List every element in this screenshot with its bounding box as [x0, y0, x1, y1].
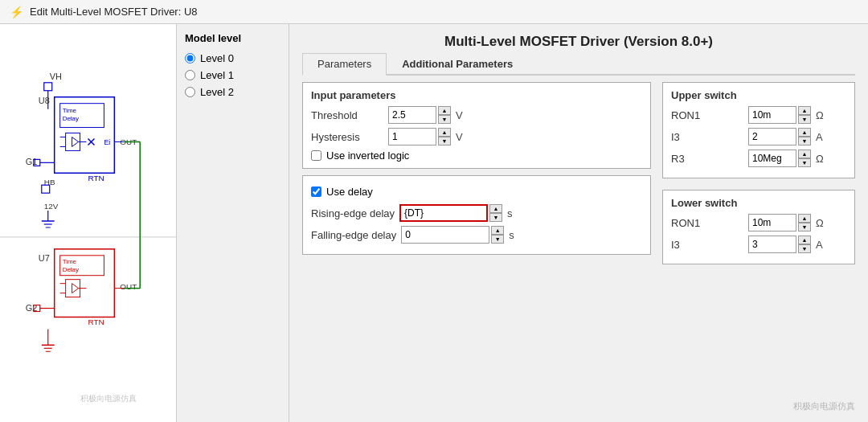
model-level-title: Model level: [185, 32, 280, 44]
rising-edge-label: Rising-edge delay: [311, 207, 395, 219]
model-level-0-label: Level 0: [200, 52, 234, 64]
lower-i3-label: I3: [671, 239, 743, 251]
upper-r3-down[interactable]: ▼: [798, 158, 811, 167]
svg-rect-0: [0, 25, 176, 421]
title-bar: ⚡ Edit Multi-Level MOSFET Driver: U8: [0, 0, 868, 24]
hysteresis-input-wrap: ▲ ▼: [388, 128, 451, 145]
upper-r3-spinner: ▲ ▼: [798, 150, 811, 167]
rising-edge-row: Rising-edge delay ▲ ▼ s: [311, 204, 642, 222]
lower-i3-unit: A: [816, 239, 827, 251]
dialog-wrapper: Multi-Level MOSFET Driver (Version 8.0+)…: [289, 24, 868, 422]
upper-r3-wrap: ▲ ▼: [748, 150, 811, 167]
rising-edge-input-wrap: ▲ ▼: [399, 204, 502, 222]
lower-i3-down[interactable]: ▼: [798, 244, 811, 253]
falling-edge-input[interactable]: [401, 226, 489, 244]
lower-ron1-row: RON1 ▲ ▼ Ω: [671, 214, 846, 231]
upper-switch-section: Upper switch RON1 ▲ ▼ Ω I3: [662, 82, 855, 178]
tab-parameters[interactable]: Parameters: [302, 53, 387, 76]
falling-edge-up-btn[interactable]: ▲: [491, 226, 504, 235]
hysteresis-unit: V: [456, 131, 467, 143]
upper-ron1-spinner: ▲ ▼: [798, 106, 811, 124]
rising-edge-unit: s: [507, 207, 518, 219]
lower-ron1-wrap: ▲ ▼: [748, 214, 811, 231]
model-level-2-radio[interactable]: [185, 87, 195, 97]
upper-r3-unit: Ω: [816, 153, 827, 165]
upper-r3-label: R3: [671, 153, 743, 165]
hysteresis-down-btn[interactable]: ▼: [438, 137, 451, 145]
input-parameters-section: Input parameters Threshold ▲ ▼ V: [302, 82, 651, 169]
svg-text:积极向电源仿真: 积极向电源仿真: [80, 394, 137, 403]
title-bar-text: Edit Multi-Level MOSFET Driver: U8: [30, 6, 198, 18]
hysteresis-spinner: ▲ ▼: [438, 128, 451, 145]
inverted-logic-checkbox[interactable]: [311, 150, 321, 161]
threshold-spinner: ▲ ▼: [438, 106, 451, 124]
use-delay-label: Use delay: [326, 186, 373, 198]
upper-ron1-down[interactable]: ▼: [798, 115, 811, 124]
upper-ron1-up[interactable]: ▲: [798, 106, 811, 115]
dialog-left-col: Input parameters Threshold ▲ ▼ V: [302, 82, 651, 396]
lower-ron1-input[interactable]: [748, 214, 796, 231]
upper-i3-unit: A: [816, 131, 827, 143]
svg-text:U7: U7: [39, 253, 50, 263]
rising-edge-up-btn[interactable]: ▲: [489, 204, 502, 213]
inverted-logic-row: Use inverted logic: [311, 150, 642, 162]
falling-edge-row: Falling-edge delay ▲ ▼ s: [311, 226, 642, 244]
hysteresis-row: Hysteresis ▲ ▼ V: [311, 128, 642, 145]
svg-text:OUT: OUT: [120, 282, 137, 291]
upper-ron1-input[interactable]: [748, 106, 796, 124]
model-level-1-radio[interactable]: [185, 70, 195, 80]
svg-text:RTN: RTN: [88, 318, 104, 326]
svg-text:RTN: RTN: [88, 174, 104, 182]
lower-i3-input[interactable]: [748, 236, 796, 253]
title-bar-icon: ⚡: [10, 6, 23, 18]
model-level-0-radio[interactable]: [185, 53, 195, 64]
rising-edge-spinner: ▲ ▼: [489, 204, 502, 222]
upper-r3-up[interactable]: ▲: [798, 150, 811, 158]
lower-ron1-spinner: ▲ ▼: [798, 214, 811, 231]
lower-ron1-up[interactable]: ▲: [798, 214, 811, 223]
rising-edge-down-btn[interactable]: ▼: [489, 213, 502, 222]
upper-i3-input[interactable]: [748, 128, 796, 145]
upper-ron1-wrap: ▲ ▼: [748, 106, 811, 124]
upper-r3-input[interactable]: [748, 150, 796, 167]
hysteresis-input[interactable]: [388, 128, 436, 145]
dialog-right-col: Upper switch RON1 ▲ ▼ Ω I3: [662, 82, 855, 396]
threshold-up-btn[interactable]: ▲: [438, 106, 451, 115]
upper-ron1-row: RON1 ▲ ▼ Ω: [671, 106, 846, 124]
falling-edge-unit: s: [509, 229, 520, 241]
svg-text:Delay: Delay: [63, 115, 79, 122]
schematic-panel: VH U8 Time Delay Ei OUT: [0, 24, 177, 422]
dialog-body: Input parameters Threshold ▲ ▼ V: [302, 82, 855, 396]
main-layout: VH U8 Time Delay Ei OUT: [0, 24, 868, 422]
upper-i3-spinner: ▲ ▼: [798, 128, 811, 145]
lower-i3-up[interactable]: ▲: [798, 236, 811, 244]
lower-switch-title: Lower switch: [671, 197, 846, 209]
svg-text:G1: G1: [26, 157, 38, 166]
falling-edge-down-btn[interactable]: ▼: [491, 235, 504, 244]
rising-edge-input[interactable]: [399, 204, 488, 222]
use-delay-section: Use delay Rising-edge delay ▲ ▼ s: [302, 175, 651, 255]
model-level-0[interactable]: Level 0: [185, 52, 280, 64]
model-level-1[interactable]: Level 1: [185, 69, 280, 81]
hysteresis-label: Hysteresis: [311, 131, 383, 143]
upper-i3-label: I3: [671, 131, 743, 143]
upper-i3-down[interactable]: ▼: [798, 137, 811, 145]
lower-ron1-down[interactable]: ▼: [798, 223, 811, 231]
upper-i3-wrap: ▲ ▼: [748, 128, 811, 145]
lower-i3-wrap: ▲ ▼: [748, 236, 811, 253]
threshold-unit: V: [456, 109, 467, 121]
lower-i3-row: I3 ▲ ▼ A: [671, 236, 846, 253]
model-level-2[interactable]: Level 2: [185, 86, 280, 98]
falling-edge-input-wrap: ▲ ▼: [401, 226, 504, 244]
tab-additional-parameters[interactable]: Additional Parameters: [387, 53, 528, 74]
hysteresis-up-btn[interactable]: ▲: [438, 128, 451, 137]
upper-ron1-unit: Ω: [816, 109, 827, 121]
threshold-input-wrap: ▲ ▼: [388, 106, 451, 124]
threshold-row: Threshold ▲ ▼ V: [311, 106, 642, 124]
svg-text:U8: U8: [39, 96, 50, 105]
input-parameters-title: Input parameters: [311, 89, 642, 101]
use-delay-checkbox[interactable]: [311, 186, 321, 197]
upper-i3-up[interactable]: ▲: [798, 128, 811, 137]
threshold-input[interactable]: [388, 106, 436, 124]
threshold-down-btn[interactable]: ▼: [438, 115, 451, 124]
